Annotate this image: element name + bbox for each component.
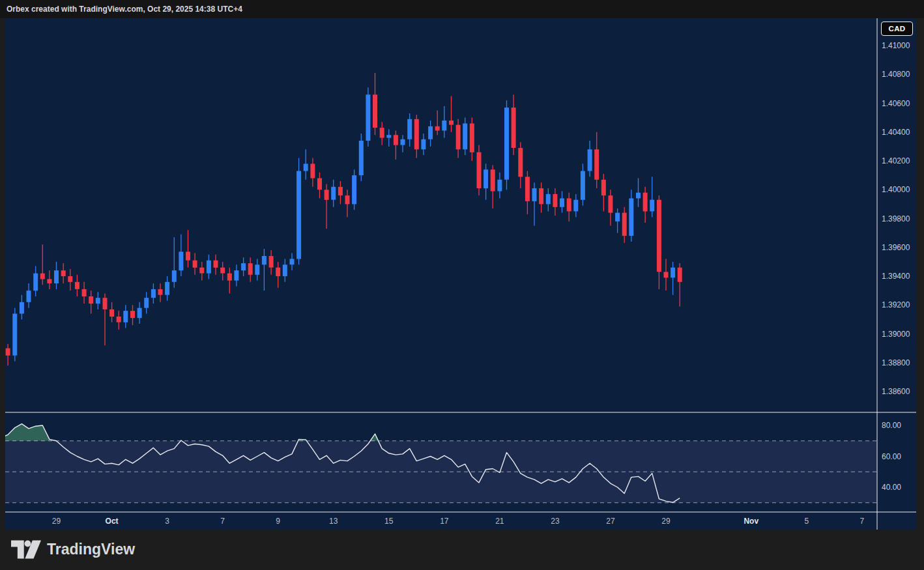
- rsi-tick-label: 80.00: [882, 421, 901, 430]
- price-tick-label: 1.39200: [882, 300, 910, 309]
- time-tick-label: 7: [220, 517, 225, 526]
- tradingview-logo-icon: [11, 540, 41, 559]
- time-tick-label: 27: [606, 517, 614, 526]
- time-tick-label: 29: [661, 517, 670, 526]
- price-tick-label: 1.40000: [882, 185, 910, 194]
- price-tick-label: 1.38800: [882, 358, 910, 367]
- currency-badge[interactable]: CAD: [881, 21, 913, 36]
- time-tick-label: 23: [551, 517, 559, 526]
- price-tick-label: 1.38600: [882, 387, 910, 396]
- time-tick-label: 9: [276, 517, 280, 526]
- time-tick-label: 17: [440, 517, 448, 526]
- time-tick-label: 3: [165, 517, 169, 526]
- time-tick-label: 13: [329, 517, 338, 526]
- rsi-tick-label: 60.00: [882, 452, 901, 461]
- tradingview-logo[interactable]: TradingView: [11, 540, 135, 559]
- price-tick-label: 1.39400: [882, 272, 910, 281]
- rsi-overbought-fill: [1, 424, 379, 441]
- price-tick-label: 1.39000: [882, 330, 910, 339]
- price-tick-label: 1.40600: [882, 99, 910, 108]
- price-tick-label: 1.39800: [882, 214, 910, 223]
- time-tick-label: 15: [384, 517, 393, 526]
- time-tick-label: Nov: [744, 517, 758, 526]
- chart-plot[interactable]: [0, 0, 924, 570]
- price-tick-label: 1.39600: [882, 243, 910, 252]
- price-tick-label: 1.40200: [882, 156, 910, 165]
- time-tick-label: Oct: [106, 517, 119, 526]
- time-tick-label: 7: [859, 517, 864, 526]
- rsi-tick-label: 40.00: [882, 483, 901, 492]
- price-tick-label: 1.40800: [882, 70, 910, 79]
- candlestick-series: [0, 73, 682, 365]
- time-tick-label: 21: [495, 517, 504, 526]
- time-tick-label: 5: [804, 517, 809, 526]
- price-tick-label: 1.40400: [882, 128, 910, 137]
- price-tick-label: 1.41000: [882, 41, 910, 50]
- time-tick-label: 29: [52, 517, 61, 526]
- brand-name: TradingView: [47, 541, 135, 558]
- tradingview-chart-page: Orbex created with TradingView.com, Oct …: [0, 0, 924, 570]
